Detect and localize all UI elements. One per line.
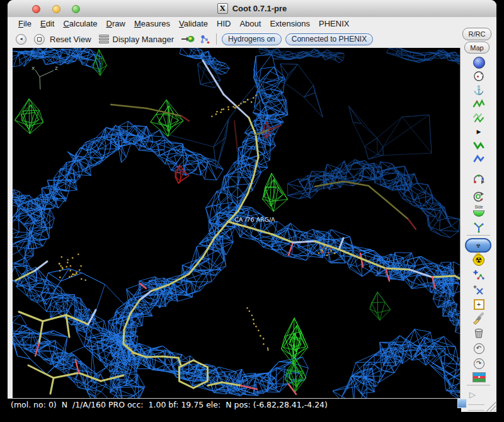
graphics-canvas[interactable]: x z CA /76 ARG/A (13, 48, 460, 398)
back-circle-button[interactable]: ◂ (16, 34, 26, 45)
atom-label: CA /76 ARG/A (234, 216, 275, 223)
rigid-body-fit-icon[interactable] (468, 139, 490, 152)
mutate-autofit-button[interactable]: ☢ (465, 238, 491, 253)
add-alt-conf-icon[interactable] (468, 283, 490, 297)
menu-phenix[interactable]: PHENIX (314, 18, 353, 30)
environment-distances-icon[interactable] (468, 69, 490, 83)
undo-icon[interactable]: ↶ (468, 341, 490, 355)
redo-icon[interactable]: ↷ (468, 356, 490, 370)
menu-measures[interactable]: Measures (130, 18, 175, 30)
density-mesh-scene: x z CA /76 ARG/A (13, 48, 460, 398)
menu-calculate[interactable]: Calculate (59, 18, 101, 30)
delete-item-icon[interactable] (468, 326, 490, 340)
clear-pending-picks-icon[interactable] (468, 312, 490, 326)
warning-triangle-icon: ☢ (472, 241, 484, 250)
panel-handle (468, 404, 484, 411)
edit-chi-angles-icon[interactable] (468, 190, 490, 203)
rotamers-icon[interactable] (468, 220, 490, 234)
rotate-translate-zone-icon[interactable] (468, 152, 490, 166)
toolbar-separator (216, 33, 217, 45)
side-chain-flip-icon[interactable]: Side (468, 204, 490, 218)
status-progress-block (457, 399, 467, 408)
auto-fit-rotamer-icon[interactable] (468, 173, 490, 186)
menu-file[interactable]: File (14, 18, 36, 30)
menu-bar: File Edit Calculate Draw Measures Valida… (8, 17, 496, 30)
status-bar: (mol. no: 0) N /1/A/160 PRO occ: 1.00 bf… (8, 398, 461, 412)
back-arrow-icon: ◂ (20, 37, 22, 42)
go-to-atom-icon[interactable] (181, 35, 195, 43)
place-atom-icon[interactable]: + (468, 297, 490, 311)
menu-about[interactable]: About (235, 18, 265, 30)
rrc-button[interactable]: R/RC (462, 28, 491, 40)
more-tools-icon[interactable]: ▷ (469, 391, 476, 399)
add-terminal-residue-icon[interactable] (468, 268, 490, 282)
go-to-ligand-icon[interactable] (200, 34, 210, 45)
menu-draw[interactable]: Draw (102, 18, 130, 30)
map-button[interactable]: Map (464, 42, 490, 54)
menu-extensions[interactable]: Extensions (265, 18, 314, 30)
reset-view-button[interactable]: Reset View (50, 35, 91, 44)
phenix-connection-button[interactable]: Connected to PHENIX (285, 33, 373, 45)
menu-edit[interactable]: Edit (36, 18, 59, 30)
resize-grip[interactable] (486, 401, 496, 411)
flip-peptide-icon[interactable]: ▶ (468, 125, 490, 139)
menu-hid[interactable]: HID (212, 18, 235, 30)
display-manager-button[interactable]: Display Manager (113, 35, 175, 44)
display-manager-icon (99, 35, 109, 44)
main-toolbar: ◂ Reset View Display Manager Hydrogens o… (8, 30, 496, 48)
modelling-toolbar: ⚓ ▶ Side (460, 48, 496, 412)
side-flip-label: Side (474, 205, 483, 210)
coot-window: X Coot 0.7.1-pre File Edit Calculate Dra… (8, 0, 496, 412)
stop-circle-button[interactable] (34, 34, 45, 45)
sphere-refine-icon[interactable] (468, 55, 490, 69)
axis-x-label: x (32, 65, 35, 71)
run-refmac-flag-icon[interactable] (468, 370, 490, 384)
regularize-zone-icon[interactable] (468, 111, 490, 125)
fix-atoms-anchor-icon[interactable]: ⚓ (468, 83, 490, 97)
real-space-refine-icon[interactable] (468, 97, 490, 111)
hydrogens-toggle-button[interactable]: Hydrogens on (222, 33, 282, 45)
stop-square-icon (37, 37, 42, 42)
x11-icon: X (217, 3, 228, 14)
menu-validate[interactable]: Validate (175, 18, 212, 30)
axis-z-label: z (55, 65, 58, 71)
title-bar[interactable]: X Coot 0.7.1-pre (8, 0, 496, 18)
window-title: Coot 0.7.1-pre (232, 4, 287, 13)
toolbar-separator (467, 235, 490, 236)
simple-mutate-icon[interactable]: ☢ (468, 253, 490, 267)
toolbar-separator (467, 385, 490, 385)
